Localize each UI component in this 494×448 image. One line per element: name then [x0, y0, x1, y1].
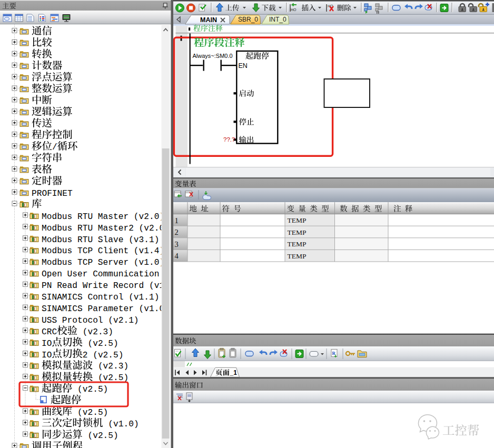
svg-text:MAIN: MAIN [200, 16, 217, 24]
svg-text:(v2.5): (v2.5) [72, 385, 108, 394]
svg-text:Modbus TCP Client (v1.4): Modbus TCP Client (v1.4) [42, 246, 164, 256]
svg-text:INT_0: INT_0 [269, 16, 286, 23]
svg-text:Modbus TCP Server (v1.0): Modbus TCP Server (v1.0) [42, 258, 164, 267]
svg-text:Always~:SM0.0: Always~:SM0.0 [193, 53, 233, 59]
svg-text:??.?: ??.? [223, 136, 235, 143]
svg-text:(v2.5): (v2.5) [83, 431, 118, 441]
svg-text:HO: HO [291, 8, 297, 12]
svg-text:2 (v2.5): 2 (v2.5) [83, 351, 124, 360]
svg-text:1: 1 [175, 216, 179, 225]
svg-text:USS Protocol (v2.1): USS Protocol (v2.1) [42, 316, 139, 325]
svg-text:SBR_0: SBR_0 [238, 16, 258, 23]
svg-text:IO: IO [42, 339, 52, 349]
svg-text:Modbus RTU Slave (v3.1): Modbus RTU Slave (v3.1) [42, 235, 159, 245]
svg-text:EN: EN [239, 62, 248, 69]
svg-text:SINAMICS Parameter (v1.0): SINAMICS Parameter (v1.0) [42, 304, 170, 314]
svg-text:Modbus RTU Master (v2.0): Modbus RTU Master (v2.0) [42, 212, 164, 222]
svg-text:(v2.3): (v2.3) [77, 327, 113, 337]
svg-text:CRC: CRC [42, 327, 57, 337]
svg-text:TEMP: TEMP [288, 228, 307, 236]
svg-text:SINAMICS Control (v1.1): SINAMICS Control (v1.1) [42, 293, 159, 302]
svg-text:TEMP: TEMP [288, 216, 307, 224]
svg-text:_1: _1 [230, 369, 238, 376]
svg-text:(v1.0): (v1.0) [103, 420, 139, 429]
svg-text:PN Read Write Record (v1.0): PN Read Write Record (v1.0) [42, 281, 180, 291]
svg-text:3: 3 [175, 240, 179, 248]
svg-text:Modbus RTU Master2 (v2.0): Modbus RTU Master2 (v2.0) [42, 224, 170, 233]
svg-text:(v2.3): (v2.3) [93, 362, 129, 371]
svg-text:TEMP: TEMP [288, 240, 307, 248]
svg-text:PROFINET: PROFINET [32, 189, 73, 198]
svg-text:4: 4 [175, 252, 179, 260]
svg-text:IO: IO [42, 351, 52, 360]
svg-text:TEMP: TEMP [288, 252, 307, 260]
svg-text:(v2.5): (v2.5) [72, 408, 108, 417]
svg-text:(v2.5): (v2.5) [83, 339, 118, 349]
svg-text:/: / [52, 143, 57, 152]
svg-text:2: 2 [175, 228, 179, 236]
